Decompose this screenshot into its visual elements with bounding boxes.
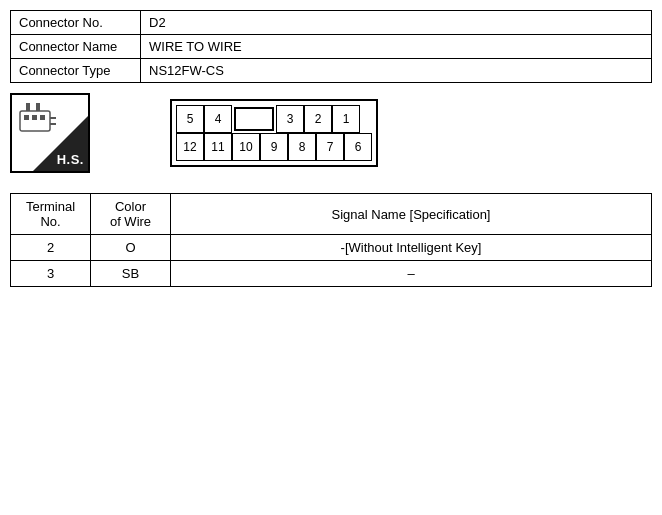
info-row: Connector No. D2 (11, 11, 652, 35)
pin-6: 6 (344, 133, 372, 161)
header-terminal: TerminalNo. (11, 194, 91, 235)
pin-9: 9 (260, 133, 288, 161)
pin-4: 4 (204, 105, 232, 133)
cell-signal: – (171, 261, 652, 287)
pin-2: 2 (304, 105, 332, 133)
info-label: Connector Name (11, 35, 141, 59)
pin-12: 12 (176, 133, 204, 161)
cell-terminal: 2 (11, 235, 91, 261)
pin-3: 3 (276, 105, 304, 133)
data-table: TerminalNo. Colorof Wire Signal Name [Sp… (10, 193, 652, 287)
connector-bottom-row: 12 11 10 9 8 7 6 (176, 133, 372, 161)
info-label: Connector No. (11, 11, 141, 35)
connector-diagram: 5 4 3 2 1 12 11 10 9 8 7 6 (170, 99, 378, 167)
connector-top-row: 5 4 3 2 1 (176, 105, 372, 133)
hs-logo: H.S. (10, 93, 90, 173)
info-value: WIRE TO WIRE (141, 35, 652, 59)
middle-section: H.S. 5 4 3 2 1 12 11 10 9 8 7 6 (10, 93, 652, 173)
table-header-row: TerminalNo. Colorof Wire Signal Name [Sp… (11, 194, 652, 235)
info-value: NS12FW-CS (141, 59, 652, 83)
svg-rect-5 (36, 103, 40, 111)
pin-8: 8 (288, 133, 316, 161)
table-row: 3 SB – (11, 261, 652, 287)
table-row: 2 O -[Without Intelligent Key] (11, 235, 652, 261)
cell-terminal: 3 (11, 261, 91, 287)
svg-rect-1 (24, 115, 29, 120)
info-label: Connector Type (11, 59, 141, 83)
connector-grid: 5 4 3 2 1 12 11 10 9 8 7 6 (176, 105, 372, 161)
pin-1: 1 (332, 105, 360, 133)
cell-signal: -[Without Intelligent Key] (171, 235, 652, 261)
pin-5: 5 (176, 105, 204, 133)
pin-10: 10 (232, 133, 260, 161)
pin-latch (234, 107, 274, 131)
hs-text: H.S. (57, 152, 84, 167)
cell-color: SB (91, 261, 171, 287)
info-table: Connector No. D2 Connector Name WIRE TO … (10, 10, 652, 83)
info-row: Connector Type NS12FW-CS (11, 59, 652, 83)
info-value: D2 (141, 11, 652, 35)
pin-11: 11 (204, 133, 232, 161)
header-color: Colorof Wire (91, 194, 171, 235)
cell-color: O (91, 235, 171, 261)
svg-rect-4 (26, 103, 30, 111)
info-row: Connector Name WIRE TO WIRE (11, 35, 652, 59)
header-signal: Signal Name [Specification] (171, 194, 652, 235)
pin-7: 7 (316, 133, 344, 161)
